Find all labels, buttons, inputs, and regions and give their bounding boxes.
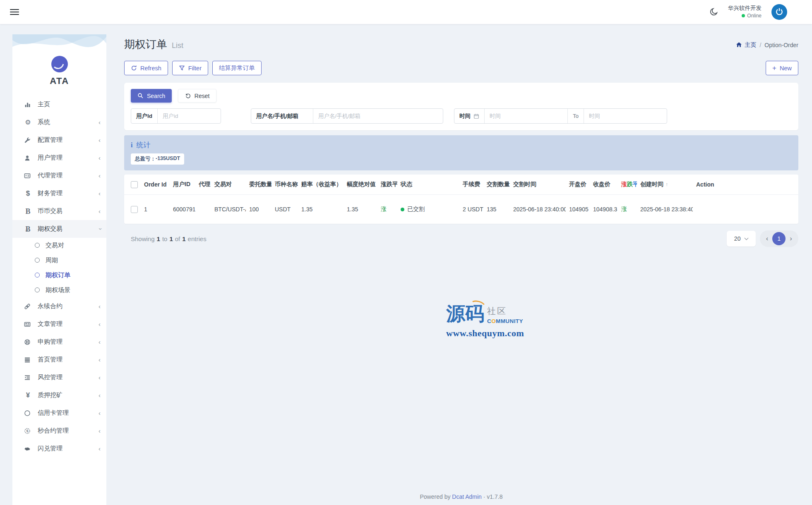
circle-dot-icon	[35, 243, 40, 248]
circle-dot-icon	[35, 258, 40, 263]
online-dot-icon	[742, 14, 745, 17]
calendar-icon	[473, 113, 479, 119]
sidebar-item-finance[interactable]: $ 财务管理 ‹	[12, 184, 106, 202]
settle-abnormal-orders-button[interactable]: 结算异常订单	[212, 61, 262, 75]
info-icon: i	[131, 141, 132, 149]
sidebar-item-second-contract[interactable]: 5 秒合约管理 ‹	[12, 422, 106, 440]
chevron-down-icon: ‹	[96, 228, 103, 230]
sidebar-item-label: 秒合约管理	[38, 427, 69, 435]
wrench-icon	[24, 137, 32, 144]
user-name-input[interactable]	[313, 109, 443, 123]
sort-asc-icon: ↑	[168, 182, 170, 188]
watermark-side: 社区 COMMUNITY	[487, 304, 523, 324]
undo-icon	[185, 93, 191, 99]
stats-title: i 统计	[131, 140, 792, 150]
chevron-left-icon: ‹	[98, 155, 101, 161]
online-status: Online	[728, 13, 762, 19]
sidebar-subitem-period[interactable]: 周期	[12, 253, 106, 268]
sidebar-item-config[interactable]: 配置管理 ‹	[12, 131, 106, 149]
sidebar-item-users[interactable]: 用户管理 ‹	[12, 149, 106, 167]
handshake-icon	[24, 445, 32, 452]
select-all-cell	[124, 175, 141, 195]
life-ring-icon	[24, 339, 32, 345]
prev-page-button[interactable]: ‹	[762, 235, 773, 243]
sidebar-item-articles[interactable]: 文章管理 ‹	[12, 315, 106, 333]
sidebar-item-label: 期权交易	[38, 225, 62, 233]
sidebar-subitem-label: 期权订单	[46, 271, 70, 279]
next-page-button[interactable]: ›	[786, 235, 796, 243]
sidebar-item-label: 用户管理	[38, 154, 62, 162]
logo-block: ATA	[12, 56, 106, 86]
svg-text:5: 5	[26, 429, 29, 433]
chevron-left-icon: ‹	[98, 208, 101, 214]
hamburger-menu-icon[interactable]	[10, 7, 19, 17]
col-close-price: 收盘价	[590, 175, 618, 195]
col-amplitude: 幅度绝对值	[344, 175, 377, 195]
link-icon	[24, 303, 32, 310]
sidebar-subitem-option-order[interactable]: 期权订单	[12, 268, 106, 282]
thick-list-icon	[24, 357, 32, 363]
sidebar-item-label: 首页管理	[38, 356, 62, 364]
col-order-id[interactable]: Order Id↑	[141, 175, 170, 195]
per-page-select[interactable]: 20	[727, 231, 756, 247]
orders-table: Order Id↑ 用户ID 代理 交易对 委托数量 币种名称 赔率（收益率） …	[124, 175, 798, 224]
sidebar-subitem-option-scene[interactable]: 期权场景	[12, 282, 106, 297]
to-separator: To	[567, 109, 584, 123]
sidebar-item-staking[interactable]: ¥ 质押挖矿 ‹	[12, 386, 106, 404]
sidebar-item-label: 闪兑管理	[38, 445, 62, 452]
chevron-left-icon: ‹	[98, 357, 101, 363]
search-button[interactable]: Search	[131, 89, 172, 103]
filter-panel: Search Reset 用户Id 用户名/手机/邮箱 时间	[124, 83, 798, 130]
new-button[interactable]: + New	[766, 61, 798, 75]
time-start-input[interactable]	[485, 109, 567, 123]
refresh-button[interactable]: Refresh	[124, 61, 168, 75]
current-page-button[interactable]: 1	[772, 232, 786, 245]
reset-button[interactable]: Reset	[178, 89, 217, 103]
cell-direction: 涨	[377, 195, 397, 224]
row-checkbox[interactable]	[131, 206, 138, 213]
table-header-row: Order Id↑ 用户ID 代理 交易对 委托数量 币种名称 赔率（收益率） …	[124, 175, 798, 195]
sidebar-item-agents[interactable]: 代理管理 ‹	[12, 167, 106, 184]
sidebar-item-system[interactable]: ⚙ 系统 ‹	[12, 113, 106, 131]
search-icon	[137, 93, 144, 99]
sidebar-item-flash-exchange[interactable]: 闪兑管理 ‹	[12, 440, 106, 457]
bold-b-icon: B	[24, 208, 32, 215]
col-direction-colored: 涨跌平	[618, 175, 637, 195]
sidebar-item-spot-trade[interactable]: B 币币交易 ‹	[12, 202, 106, 220]
watermark: 源码 社区 COMMUNITY www.shequym.com	[446, 304, 524, 339]
sidebar-item-homepage[interactable]: 首页管理 ‹	[12, 351, 106, 369]
toolbar: Refresh Filter 结算异常订单 + New	[124, 61, 798, 75]
cell-status: 已交割	[397, 195, 459, 224]
circled-five-icon: 5	[24, 428, 32, 434]
top-navbar: 华兴软件开发 Online	[0, 0, 812, 24]
sidebar-item-risk-control[interactable]: 风控管理 ‹	[12, 369, 106, 386]
dark-mode-moon-icon[interactable]	[710, 8, 718, 16]
time-label: 时间	[454, 109, 485, 123]
select-all-checkbox[interactable]	[131, 181, 138, 188]
filter-button[interactable]: Filter	[172, 61, 208, 75]
user-avatar[interactable]	[771, 4, 787, 20]
cell-user-id: 6000791	[170, 195, 195, 224]
sidebar-item-home[interactable]: 主页	[12, 96, 106, 113]
col-agent: 代理	[195, 175, 211, 195]
dcat-admin-link[interactable]: Dcat Admin	[452, 493, 482, 500]
refresh-icon	[131, 65, 137, 71]
sidebar: ATA 主页 ⚙ 系统 ‹ 配置管理 ‹ 用户管理 ‹ 代理管理 ‹ $ 财	[12, 34, 106, 505]
user-id-input[interactable]	[158, 109, 221, 123]
sidebar-item-perpetual[interactable]: 永续合约 ‹	[12, 297, 106, 315]
col-direction: 涨跌平	[377, 175, 397, 195]
bitcoin-icon: Ƀ	[24, 225, 32, 233]
sidebar-subitem-trading-pair[interactable]: 交易对	[12, 238, 106, 253]
sidebar-item-option-trade[interactable]: Ƀ 期权交易 ‹	[12, 220, 106, 238]
time-end-input[interactable]	[584, 109, 667, 123]
breadcrumb-home-link[interactable]: 主页	[736, 41, 756, 49]
sidebar-item-credit-card[interactable]: 信用卡管理 ‹	[12, 404, 106, 422]
user-name-field-group: 用户名/手机/邮箱	[251, 108, 443, 124]
plus-icon: +	[772, 65, 776, 72]
col-created-at[interactable]: 创建时间↑	[637, 175, 693, 195]
watermark-brand: 源码	[446, 304, 484, 323]
cell-amplitude: 1.35	[344, 195, 377, 224]
watermark-community: COMMUNITY	[487, 318, 523, 324]
sidebar-item-subscription[interactable]: 申购管理 ‹	[12, 333, 106, 351]
cell-direction-2: 涨	[618, 195, 637, 224]
